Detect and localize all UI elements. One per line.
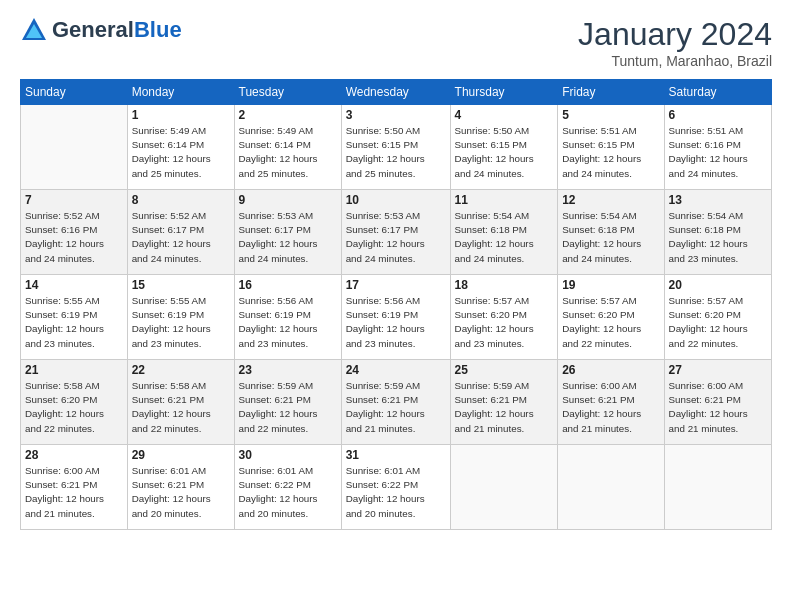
cell-info: Sunrise: 6:00 AM Sunset: 6:21 PM Dayligh… [562, 379, 659, 436]
calendar-cell [450, 445, 558, 530]
cell-info: Sunrise: 6:00 AM Sunset: 6:21 PM Dayligh… [25, 464, 123, 521]
calendar-cell: 17Sunrise: 5:56 AM Sunset: 6:19 PM Dayli… [341, 275, 450, 360]
cell-date: 17 [346, 278, 446, 292]
calendar-cell: 21Sunrise: 5:58 AM Sunset: 6:20 PM Dayli… [21, 360, 128, 445]
cell-info: Sunrise: 6:01 AM Sunset: 6:22 PM Dayligh… [346, 464, 446, 521]
cell-date: 5 [562, 108, 659, 122]
cell-date: 18 [455, 278, 554, 292]
week-row-5: 28Sunrise: 6:00 AM Sunset: 6:21 PM Dayli… [21, 445, 772, 530]
month-title: January 2024 [578, 16, 772, 53]
weekday-header-row: SundayMondayTuesdayWednesdayThursdayFrid… [21, 80, 772, 105]
calendar-cell: 25Sunrise: 5:59 AM Sunset: 6:21 PM Dayli… [450, 360, 558, 445]
cell-date: 31 [346, 448, 446, 462]
cell-date: 12 [562, 193, 659, 207]
cell-info: Sunrise: 5:58 AM Sunset: 6:20 PM Dayligh… [25, 379, 123, 436]
calendar-cell: 16Sunrise: 5:56 AM Sunset: 6:19 PM Dayli… [234, 275, 341, 360]
calendar-cell: 15Sunrise: 5:55 AM Sunset: 6:19 PM Dayli… [127, 275, 234, 360]
calendar-cell [558, 445, 664, 530]
cell-date: 11 [455, 193, 554, 207]
cell-date: 7 [25, 193, 123, 207]
calendar-cell: 18Sunrise: 5:57 AM Sunset: 6:20 PM Dayli… [450, 275, 558, 360]
weekday-header-wednesday: Wednesday [341, 80, 450, 105]
cell-info: Sunrise: 5:57 AM Sunset: 6:20 PM Dayligh… [669, 294, 767, 351]
cell-info: Sunrise: 5:59 AM Sunset: 6:21 PM Dayligh… [346, 379, 446, 436]
cell-info: Sunrise: 5:58 AM Sunset: 6:21 PM Dayligh… [132, 379, 230, 436]
location: Tuntum, Maranhao, Brazil [578, 53, 772, 69]
calendar-cell: 28Sunrise: 6:00 AM Sunset: 6:21 PM Dayli… [21, 445, 128, 530]
cell-info: Sunrise: 5:55 AM Sunset: 6:19 PM Dayligh… [132, 294, 230, 351]
page: GeneralBlue January 2024 Tuntum, Maranha… [0, 0, 792, 612]
calendar-cell: 30Sunrise: 6:01 AM Sunset: 6:22 PM Dayli… [234, 445, 341, 530]
cell-info: Sunrise: 5:51 AM Sunset: 6:16 PM Dayligh… [669, 124, 767, 181]
calendar-cell: 29Sunrise: 6:01 AM Sunset: 6:21 PM Dayli… [127, 445, 234, 530]
cell-date: 22 [132, 363, 230, 377]
calendar-cell: 8Sunrise: 5:52 AM Sunset: 6:17 PM Daylig… [127, 190, 234, 275]
cell-date: 13 [669, 193, 767, 207]
calendar-cell: 5Sunrise: 5:51 AM Sunset: 6:15 PM Daylig… [558, 105, 664, 190]
cell-info: Sunrise: 5:59 AM Sunset: 6:21 PM Dayligh… [239, 379, 337, 436]
cell-info: Sunrise: 5:53 AM Sunset: 6:17 PM Dayligh… [239, 209, 337, 266]
cell-info: Sunrise: 6:00 AM Sunset: 6:21 PM Dayligh… [669, 379, 767, 436]
calendar-cell: 4Sunrise: 5:50 AM Sunset: 6:15 PM Daylig… [450, 105, 558, 190]
weekday-header-tuesday: Tuesday [234, 80, 341, 105]
cell-date: 2 [239, 108, 337, 122]
cell-date: 9 [239, 193, 337, 207]
calendar-cell: 2Sunrise: 5:49 AM Sunset: 6:14 PM Daylig… [234, 105, 341, 190]
calendar-cell: 12Sunrise: 5:54 AM Sunset: 6:18 PM Dayli… [558, 190, 664, 275]
calendar-cell: 6Sunrise: 5:51 AM Sunset: 6:16 PM Daylig… [664, 105, 771, 190]
calendar-cell: 27Sunrise: 6:00 AM Sunset: 6:21 PM Dayli… [664, 360, 771, 445]
calendar-cell [664, 445, 771, 530]
cell-date: 21 [25, 363, 123, 377]
title-block: January 2024 Tuntum, Maranhao, Brazil [578, 16, 772, 69]
cell-date: 24 [346, 363, 446, 377]
cell-date: 10 [346, 193, 446, 207]
logo-icon [20, 16, 48, 44]
cell-info: Sunrise: 5:51 AM Sunset: 6:15 PM Dayligh… [562, 124, 659, 181]
calendar-cell: 22Sunrise: 5:58 AM Sunset: 6:21 PM Dayli… [127, 360, 234, 445]
cell-info: Sunrise: 5:54 AM Sunset: 6:18 PM Dayligh… [455, 209, 554, 266]
cell-date: 14 [25, 278, 123, 292]
cell-info: Sunrise: 5:50 AM Sunset: 6:15 PM Dayligh… [346, 124, 446, 181]
calendar-cell: 23Sunrise: 5:59 AM Sunset: 6:21 PM Dayli… [234, 360, 341, 445]
calendar-cell: 3Sunrise: 5:50 AM Sunset: 6:15 PM Daylig… [341, 105, 450, 190]
cell-date: 16 [239, 278, 337, 292]
cell-info: Sunrise: 5:50 AM Sunset: 6:15 PM Dayligh… [455, 124, 554, 181]
calendar-cell: 14Sunrise: 5:55 AM Sunset: 6:19 PM Dayli… [21, 275, 128, 360]
cell-date: 4 [455, 108, 554, 122]
calendar-cell: 19Sunrise: 5:57 AM Sunset: 6:20 PM Dayli… [558, 275, 664, 360]
logo-text: GeneralBlue [52, 18, 182, 42]
calendar-cell: 26Sunrise: 6:00 AM Sunset: 6:21 PM Dayli… [558, 360, 664, 445]
weekday-header-friday: Friday [558, 80, 664, 105]
cell-date: 30 [239, 448, 337, 462]
calendar-table: SundayMondayTuesdayWednesdayThursdayFrid… [20, 79, 772, 530]
week-row-3: 14Sunrise: 5:55 AM Sunset: 6:19 PM Dayli… [21, 275, 772, 360]
cell-date: 3 [346, 108, 446, 122]
calendar-cell: 9Sunrise: 5:53 AM Sunset: 6:17 PM Daylig… [234, 190, 341, 275]
cell-date: 29 [132, 448, 230, 462]
cell-date: 20 [669, 278, 767, 292]
cell-date: 19 [562, 278, 659, 292]
cell-date: 27 [669, 363, 767, 377]
cell-info: Sunrise: 5:55 AM Sunset: 6:19 PM Dayligh… [25, 294, 123, 351]
cell-info: Sunrise: 5:53 AM Sunset: 6:17 PM Dayligh… [346, 209, 446, 266]
calendar-cell: 11Sunrise: 5:54 AM Sunset: 6:18 PM Dayli… [450, 190, 558, 275]
weekday-header-saturday: Saturday [664, 80, 771, 105]
weekday-header-thursday: Thursday [450, 80, 558, 105]
calendar-cell: 13Sunrise: 5:54 AM Sunset: 6:18 PM Dayli… [664, 190, 771, 275]
logo-blue: Blue [134, 17, 182, 42]
cell-info: Sunrise: 5:59 AM Sunset: 6:21 PM Dayligh… [455, 379, 554, 436]
cell-date: 1 [132, 108, 230, 122]
calendar-cell: 31Sunrise: 6:01 AM Sunset: 6:22 PM Dayli… [341, 445, 450, 530]
cell-date: 26 [562, 363, 659, 377]
week-row-4: 21Sunrise: 5:58 AM Sunset: 6:20 PM Dayli… [21, 360, 772, 445]
cell-info: Sunrise: 6:01 AM Sunset: 6:22 PM Dayligh… [239, 464, 337, 521]
cell-date: 25 [455, 363, 554, 377]
calendar-cell: 1Sunrise: 5:49 AM Sunset: 6:14 PM Daylig… [127, 105, 234, 190]
cell-info: Sunrise: 6:01 AM Sunset: 6:21 PM Dayligh… [132, 464, 230, 521]
week-row-1: 1Sunrise: 5:49 AM Sunset: 6:14 PM Daylig… [21, 105, 772, 190]
cell-date: 8 [132, 193, 230, 207]
weekday-header-monday: Monday [127, 80, 234, 105]
cell-date: 28 [25, 448, 123, 462]
logo: GeneralBlue [20, 16, 182, 44]
weekday-header-sunday: Sunday [21, 80, 128, 105]
